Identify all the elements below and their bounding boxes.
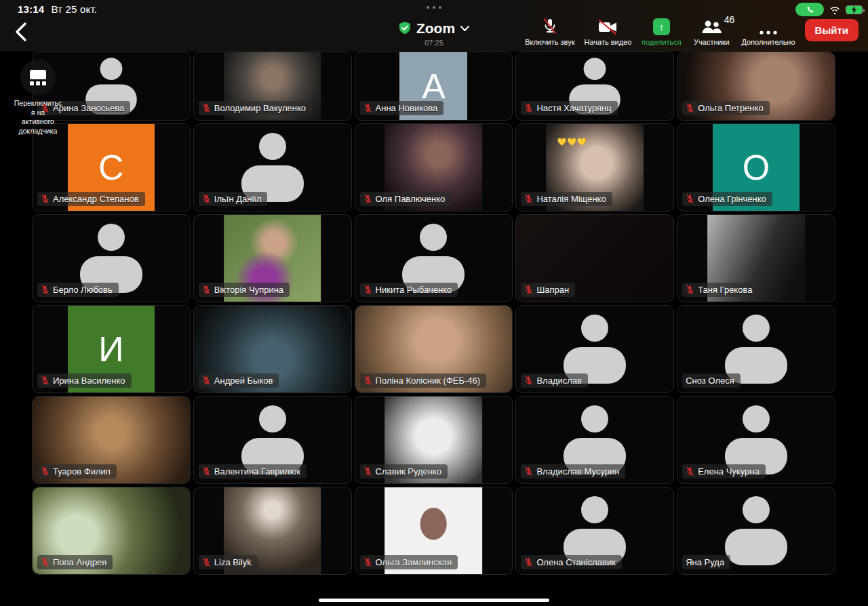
participant-tile[interactable]: Ольга Петренко bbox=[677, 52, 835, 121]
app-title: Zoom bbox=[416, 20, 455, 37]
mic-muted-icon bbox=[202, 194, 211, 204]
switch-view-label: Переключиться наактивногодокладчика bbox=[14, 99, 62, 136]
participant-tile[interactable]: Поліна Колісник (ФЕБ-46) bbox=[355, 305, 513, 393]
participant-name: Владислав bbox=[536, 376, 582, 386]
mic-muted-icon bbox=[524, 194, 533, 204]
participant-name: Олена Грінченко bbox=[698, 194, 766, 204]
mic-muted-icon bbox=[686, 285, 694, 295]
share-label: поделиться bbox=[642, 38, 682, 46]
participant-tile[interactable]: Владислав bbox=[515, 305, 674, 393]
start-video-label: Начать видео bbox=[584, 38, 631, 46]
participant-name-label: Liza Bilyk bbox=[199, 555, 258, 569]
start-video-button[interactable]: Начать видео bbox=[584, 18, 631, 46]
participant-name-label: Настя Хачатурянц bbox=[521, 101, 617, 115]
participant-name: Поліна Колісник (ФЕБ-46) bbox=[376, 376, 481, 386]
participant-tile[interactable]: Вікторія Чуприна bbox=[193, 214, 352, 302]
participant-tile[interactable]: Андрей Быков bbox=[193, 305, 352, 393]
participant-tile[interactable]: Ільїн Даніїл bbox=[193, 123, 352, 211]
participant-tile[interactable]: Настя Хачатурянц bbox=[515, 52, 674, 121]
participants-icon bbox=[701, 19, 722, 35]
meeting-title-block[interactable]: Zoom 07:25 bbox=[399, 20, 469, 47]
participant-name-label: Ольга Замлинская bbox=[360, 555, 458, 569]
participant-name: Славик Руденко bbox=[376, 466, 441, 477]
participants-button[interactable]: 46 Участники bbox=[691, 18, 732, 46]
participant-name-label: Вікторія Чуприна bbox=[199, 283, 290, 297]
mic-muted-icon bbox=[686, 466, 694, 477]
participant-tile[interactable]: 💛💛💛Наталія Міщенко bbox=[515, 123, 674, 211]
unmute-audio-button[interactable]: Включить звук bbox=[525, 18, 574, 46]
participant-name-label: Ирина Василенко bbox=[37, 373, 132, 388]
participant-grid: Арина ЗаносьеваВолодимир ВакуленкоААнна … bbox=[32, 52, 835, 575]
participant-tile[interactable]: Никита Рыбаченко bbox=[355, 214, 513, 302]
participant-name: Елена Чукурна bbox=[698, 466, 760, 477]
phone-icon bbox=[806, 5, 814, 14]
participant-name: Ольга Замлинская bbox=[376, 557, 452, 567]
participant-tile[interactable]: Берло Любовь bbox=[32, 214, 191, 302]
participant-name: Настя Хачатурянц bbox=[536, 103, 611, 113]
mic-muted-icon bbox=[41, 285, 50, 295]
participant-name: Берло Любовь bbox=[53, 285, 113, 295]
participant-name: Туаров Филип bbox=[53, 466, 111, 477]
participant-name-label: Володимир Вакуленко bbox=[199, 101, 312, 115]
participant-name-label: Анна Новикова bbox=[360, 101, 444, 115]
participant-tile[interactable]: Славик Руденко bbox=[355, 396, 513, 484]
leave-meeting-button[interactable]: Выйти bbox=[805, 19, 859, 41]
participant-name-label: Андрей Быков bbox=[199, 373, 279, 388]
mic-muted-icon bbox=[363, 557, 372, 567]
participant-name: Таня Грекова bbox=[698, 285, 752, 295]
active-call-pill[interactable] bbox=[795, 3, 824, 16]
status-date: Вт 25 окт. bbox=[51, 3, 97, 15]
more-button[interactable]: Дополнительно bbox=[741, 18, 795, 46]
participant-tile[interactable]: Ольга Замлинская bbox=[355, 487, 513, 575]
participant-tile[interactable]: Сноз Олеся bbox=[677, 305, 835, 393]
multitask-dots-indicator bbox=[427, 6, 441, 9]
participant-tile[interactable]: Таня Грекова bbox=[677, 214, 835, 302]
battery-charging-icon bbox=[846, 5, 863, 14]
share-up-arrow-icon: ↑ bbox=[653, 18, 670, 35]
wifi-icon bbox=[829, 5, 841, 14]
participants-label: Участники bbox=[694, 38, 730, 46]
participant-tile[interactable]: Валентина Гаврилюк bbox=[193, 396, 352, 484]
participant-tile[interactable]: Елена Чукурна bbox=[677, 396, 835, 484]
participant-tile[interactable]: САлександр Степанов bbox=[32, 123, 191, 211]
participant-name-label: Владислав Мусурин bbox=[521, 464, 625, 479]
participant-tile[interactable]: ИИрина Василенко bbox=[32, 305, 191, 393]
participant-name-label: Оля Павлюченко bbox=[360, 192, 452, 206]
back-button[interactable] bbox=[9, 20, 33, 43]
participant-tile[interactable]: Яна Руда bbox=[677, 487, 835, 575]
participant-name-label: Олена Станіславик bbox=[521, 555, 621, 569]
participant-name: Попа Андрея bbox=[53, 557, 106, 567]
participant-name: Ольга Петренко bbox=[698, 103, 763, 113]
participant-tile[interactable]: ААнна Новикова bbox=[355, 52, 513, 121]
participant-tile[interactable]: Liza Bilyk bbox=[193, 487, 352, 575]
switch-to-active-speaker-button[interactable]: Переключиться наактивногодокладчика bbox=[7, 60, 69, 136]
participant-name-label: Туаров Филип bbox=[37, 464, 117, 479]
participant-tile[interactable]: ООлена Грінченко bbox=[677, 123, 835, 211]
participant-name: Анна Новикова bbox=[376, 103, 438, 113]
participant-name: Оля Павлюченко bbox=[376, 194, 446, 204]
participant-name-label: Валентина Гаврилюк bbox=[199, 464, 307, 479]
participant-tile[interactable]: Володимир Вакуленко bbox=[193, 52, 352, 121]
home-indicator[interactable] bbox=[319, 599, 549, 602]
participant-name: Наталія Міщенко bbox=[536, 194, 606, 204]
participant-name-label: Поліна Колісник (ФЕБ-46) bbox=[360, 373, 487, 388]
participant-tile[interactable]: Владислав Мусурин bbox=[515, 396, 674, 484]
mic-muted-icon bbox=[363, 466, 372, 477]
share-button[interactable]: ↑ поделиться bbox=[641, 18, 682, 46]
participant-tile[interactable]: Попа Андрея bbox=[32, 487, 191, 575]
participant-name-label: Владислав bbox=[521, 373, 588, 388]
mic-muted-icon bbox=[202, 103, 211, 113]
mic-muted-icon bbox=[524, 103, 533, 113]
hearts-filter-overlay: 💛💛💛 bbox=[557, 138, 587, 146]
participant-name-label: Елена Чукурна bbox=[682, 464, 766, 479]
participant-tile[interactable]: Оля Павлюченко bbox=[355, 123, 513, 211]
participant-tile[interactable]: Туаров Филип bbox=[32, 396, 191, 484]
participant-name-label: Ільїн Даніїл bbox=[199, 192, 268, 206]
participant-name-label: Александр Степанов bbox=[37, 192, 145, 206]
participant-tile[interactable]: Олена Станіславик bbox=[515, 487, 674, 575]
mic-muted-icon bbox=[41, 376, 50, 386]
avatar-placeholder bbox=[725, 496, 787, 565]
participant-tile[interactable]: Шапран bbox=[515, 214, 674, 302]
mic-muted-icon bbox=[686, 194, 694, 204]
mic-muted-icon bbox=[524, 557, 533, 567]
